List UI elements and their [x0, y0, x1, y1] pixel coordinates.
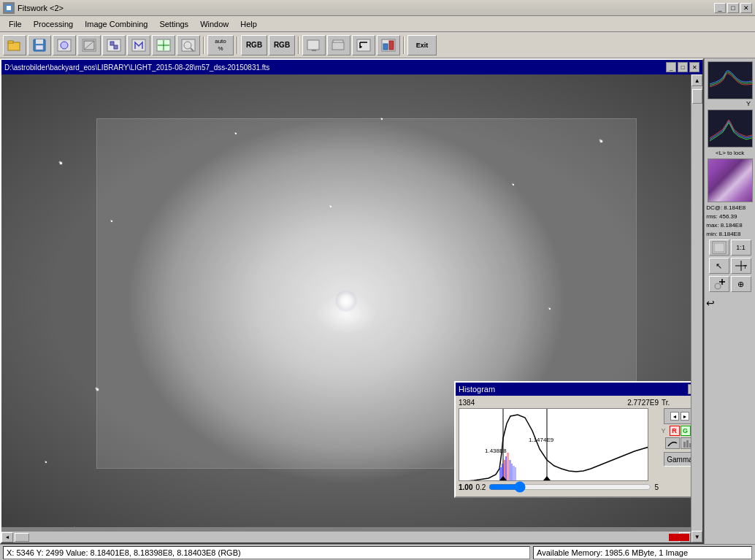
image-window-controls[interactable]: _ □ ✕: [666, 62, 700, 72]
display-btn-2[interactable]: [327, 35, 350, 55]
star-2: [235, 133, 237, 134]
svg-rect-30: [383, 44, 388, 50]
minimize-button[interactable]: _: [714, 3, 726, 13]
scroll-thumb[interactable]: [692, 89, 702, 104]
max-stat: max: 8.184E8: [706, 222, 742, 229]
svg-rect-40: [505, 456, 507, 481]
gamma-min: 0.2: [475, 483, 486, 491]
astro-image: Histogram ✕ 1384 2.7727E9: [1, 74, 691, 527]
image-btn-2[interactable]: [77, 35, 101, 55]
histogram-r-button[interactable]: R: [670, 426, 680, 436]
image-btn-3[interactable]: [102, 35, 126, 55]
title-bar-controls[interactable]: _ □ ✕: [714, 3, 752, 13]
menu-bar: File Processing Image Combining Settings…: [0, 16, 755, 32]
svg-rect-23: [312, 50, 316, 51]
maximize-button[interactable]: □: [727, 3, 739, 13]
add-button[interactable]: [709, 276, 729, 292]
display-btn-1[interactable]: [302, 35, 326, 55]
image-maximize-button[interactable]: □: [678, 62, 688, 72]
status-coordinates: X: 5346 Y: 2499 Value: 8.18401E8, 8.1839…: [3, 546, 530, 559]
star-7: [96, 388, 99, 391]
image-btn-5[interactable]: [152, 35, 175, 55]
toolbar-separator-2: [237, 37, 238, 54]
right-panel-btn-row-1: 1:1: [709, 239, 751, 256]
svg-rect-5: [36, 39, 43, 44]
h-scroll-thumb[interactable]: [15, 533, 29, 542]
menu-help[interactable]: Help: [234, 18, 263, 30]
scroll-up-button[interactable]: ▲: [691, 74, 702, 86]
histogram-color-buttons: Y R G B: [659, 426, 691, 436]
histogram-window: Histogram ✕ 1384 2.7727E9: [454, 381, 691, 498]
red-indicator: [669, 534, 689, 541]
auto-button[interactable]: auto%: [207, 35, 234, 55]
image-titlebar: D:\astrobilder\backyard_eos\LIBRARY\LIGH…: [1, 60, 702, 74]
menu-processing[interactable]: Processing: [28, 18, 79, 30]
image-btn-4[interactable]: [127, 35, 150, 55]
histogram-close-button[interactable]: ✕: [688, 384, 691, 394]
scroll-left-button[interactable]: ◄: [1, 532, 13, 542]
toolbar-separator-4: [403, 37, 405, 54]
status-bar: X: 5346 Y: 2499 Value: 8.18401E8, 8.1839…: [0, 544, 755, 560]
zoom-fit-button[interactable]: [709, 239, 729, 256]
image-btn-6[interactable]: [177, 35, 200, 55]
histogram-bar-btn[interactable]: [681, 437, 691, 449]
transfer-right-btn[interactable]: ►: [681, 412, 689, 421]
gamma-value: 1.00: [459, 483, 472, 491]
histogram-line-btn[interactable]: [665, 437, 680, 449]
save-button[interactable]: [28, 35, 51, 55]
back-arrow[interactable]: ↩: [706, 297, 715, 309]
svg-text:1.1474E9: 1.1474E9: [529, 437, 554, 443]
rotate-button[interactable]: ⊕: [731, 276, 751, 292]
star-8: [45, 461, 47, 463]
menu-settings[interactable]: Settings: [153, 18, 194, 30]
zoom-1-1-button[interactable]: 1:1: [731, 239, 751, 256]
histogram-transfer-ctrl: ◄ ►: [664, 408, 691, 424]
star-4: [600, 140, 602, 142]
close-button[interactable]: ✕: [740, 3, 752, 13]
star-1: [60, 162, 62, 164]
exit-button[interactable]: Exit: [407, 35, 437, 55]
histogram-g-button[interactable]: G: [681, 426, 691, 436]
image-close-button[interactable]: ✕: [689, 62, 700, 72]
svg-rect-22: [307, 40, 319, 50]
rgb-button-2[interactable]: RGB: [269, 35, 295, 55]
display-btn-4[interactable]: [377, 35, 400, 55]
right-panel-graph-y: [708, 110, 753, 147]
right-panel-graph-x: [708, 61, 753, 99]
rms-stat: rms: 456.39: [706, 213, 737, 220]
open-button[interactable]: [3, 35, 26, 55]
cursor-arrow-button[interactable]: ↖: [709, 258, 729, 274]
display-btn-3[interactable]: [352, 35, 375, 55]
gamma-button[interactable]: Gamma: [664, 452, 691, 467]
histogram-bottom: 1.00 0.2 5: [459, 483, 659, 491]
histogram-main: 1384 2.7727E9: [459, 399, 659, 491]
menu-file[interactable]: File: [3, 18, 28, 30]
menu-image-combining[interactable]: Image Combining: [79, 18, 153, 30]
svg-rect-31: [389, 41, 394, 50]
svg-rect-42: [509, 460, 511, 481]
cursor-crosshair-button[interactable]: T: [731, 258, 751, 274]
svg-rect-44: [513, 466, 515, 481]
svg-rect-54: [714, 243, 724, 252]
image-minimize-button[interactable]: _: [666, 62, 676, 72]
rgb-button-1[interactable]: RGB: [241, 35, 267, 55]
scroll-track: [691, 86, 702, 531]
color-preview: [708, 158, 753, 202]
vertical-scrollbar[interactable]: ▲ ▼: [691, 74, 702, 542]
histogram-right-panel: Tr. ◄ ►: [662, 399, 691, 491]
svg-rect-48: [683, 442, 686, 448]
svg-rect-25: [332, 42, 344, 50]
svg-rect-41: [507, 453, 509, 481]
svg-rect-51: [708, 62, 753, 99]
right-panel: Y <L> to lock DC@: 8.184E8 rms: 456.39 m…: [704, 58, 755, 544]
image-btn-1[interactable]: [53, 35, 76, 55]
transfer-left-btn[interactable]: ◄: [670, 412, 679, 421]
star-3: [381, 118, 383, 120]
histogram-y-button[interactable]: Y: [659, 426, 669, 436]
gamma-slider[interactable]: [488, 483, 651, 491]
menu-window[interactable]: Window: [194, 18, 234, 30]
scroll-down-button[interactable]: ▼: [691, 531, 702, 542]
horizontal-scrollbar: ◄ ►: [1, 531, 691, 542]
svg-rect-52: [708, 110, 753, 147]
svg-text:1.438E8: 1.438E8: [485, 448, 507, 454]
